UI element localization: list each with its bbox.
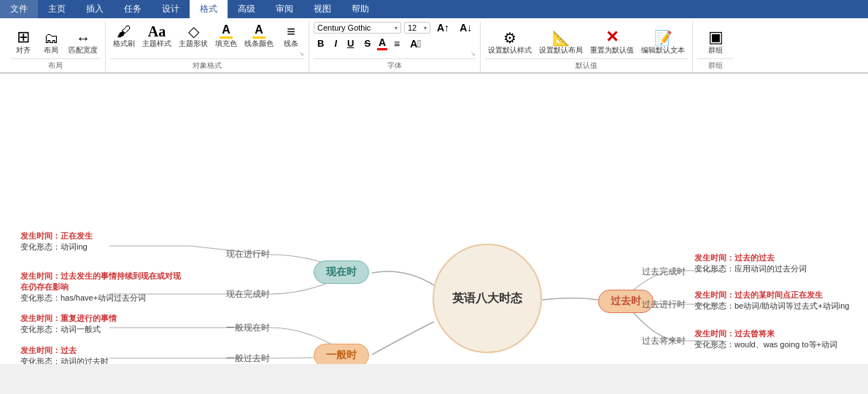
leaf-yibanguoqu: 发生时间：过去 变化形态：动词的过去时: [20, 345, 109, 364]
leaf-jinhang-bold: 发生时间：正在发生: [20, 231, 93, 242]
layout-group-items: ⊞ 对齐 🗂 布局 ↔ 匹配宽度: [10, 21, 101, 57]
font-group: Century Gothic ▾ 12 ▾ A↑ A↓ B I U S: [309, 21, 481, 72]
font-expand[interactable]: ↘: [470, 50, 476, 57]
format-painter-label: 格式刷: [113, 39, 135, 49]
sub-label-wanchengshi: 现在完成时: [226, 288, 270, 301]
match-width-icon: ↔: [76, 31, 90, 45]
font-shrink-button[interactable]: A↓: [456, 21, 476, 34]
reset-default-label: 重置为默认值: [590, 45, 634, 55]
tab-review[interactable]: 审阅: [266, 0, 303, 18]
underline-button[interactable]: U: [344, 37, 357, 50]
edit-default-text-label: 编辑默认文本: [641, 45, 685, 55]
line-style-icon: ≡: [287, 24, 295, 39]
object-format-expand[interactable]: ↘: [299, 50, 304, 57]
group-button[interactable]: ▣ 群组: [697, 28, 734, 57]
text-effect-button[interactable]: A⃝: [406, 37, 425, 50]
font-group-label: 字体: [314, 58, 476, 71]
strikethrough-button[interactable]: S: [360, 37, 374, 50]
tab-design[interactable]: 设计: [152, 0, 190, 18]
sub-label-guoqujianglai: 过去将来时: [642, 335, 686, 347]
format-painter-icon: 🖌: [117, 24, 131, 39]
font-color-button[interactable]: A: [377, 36, 387, 50]
edit-default-text-button[interactable]: 📝 编辑默认文本: [638, 29, 688, 57]
object-format-label: 对象格式: [110, 58, 304, 71]
align-icon: ⊞: [17, 29, 30, 45]
sub-label-guoquwancheng: 过去完成时: [642, 266, 686, 278]
layout-icon: 🗂: [44, 31, 58, 45]
center-node: 英语八大时态: [433, 244, 542, 353]
tab-file[interactable]: 文件: [0, 0, 38, 18]
tab-help[interactable]: 帮助: [341, 0, 379, 18]
font-row1: Century Gothic ▾ 12 ▾ A↑ A↓: [314, 21, 476, 34]
tab-advanced[interactable]: 高级: [228, 0, 266, 18]
leaf-jinhang: 发生时间：正在发生 变化形态：动词ing: [20, 231, 93, 252]
center-node-label: 英语八大时态: [452, 291, 522, 306]
sub-label-yibanxianzai: 一般现在时: [226, 322, 270, 334]
leaf-guoqujianglainormal: 变化形态：would、was going to等+动词: [694, 339, 837, 350]
leaf-yibanxianzai-normal: 变化形态：动词一般式: [20, 324, 117, 335]
leaf-yibanxianzai-bold: 发生时间：重复进行的事情: [20, 313, 117, 324]
tab-format[interactable]: 格式: [190, 0, 228, 18]
leaf-jinhang-normal: 变化形态：动词ing: [20, 242, 93, 252]
format-painter-button[interactable]: 🖌 格式刷: [110, 23, 138, 50]
ribbon-tab-bar: 文件 主页 插入 任务 设计 格式 高级 审阅 视图 帮助: [0, 0, 868, 18]
match-width-button[interactable]: ↔ 匹配宽度: [66, 29, 101, 57]
line-style-button[interactable]: ≡ 线条: [278, 23, 304, 50]
main-content: 英语八大时态 现在时 一般时 过去时 现在进行时 现在完成时 一般现在时 一般过…: [0, 74, 868, 364]
theme-shape-icon: ◇: [188, 24, 199, 39]
reset-default-button[interactable]: ✕ 重置为默认值: [587, 28, 637, 57]
set-default-layout-icon: 📐: [552, 31, 570, 45]
leaf-guoqujinhangbold: 发生时间：过去的某时间点正在发生: [694, 290, 849, 301]
font-name-chevron: ▾: [395, 25, 398, 31]
font-size-selector[interactable]: 12 ▾: [404, 22, 430, 34]
set-default-style-button[interactable]: ⚙ 设置默认样式: [485, 29, 535, 57]
line-color-button[interactable]: A 线条颜色: [241, 22, 276, 50]
font-name-selector[interactable]: Century Gothic ▾: [314, 22, 401, 34]
default-group-label: 默认值: [485, 58, 688, 71]
font-grow-button[interactable]: A↑: [433, 21, 453, 34]
theme-style-icon: Aa: [148, 24, 166, 39]
bold-button[interactable]: B: [314, 37, 328, 50]
set-default-style-icon: ⚙: [503, 31, 516, 45]
layout-button[interactable]: 🗂 布局: [38, 29, 64, 57]
branch-node-yiban[interactable]: 一般时: [314, 344, 369, 364]
leaf-yibanguoqu-normal: 变化形态：动词的过去时: [20, 356, 109, 364]
line-style-label: 线条: [284, 39, 298, 49]
tab-view[interactable]: 视图: [303, 0, 341, 18]
font-size-value: 12: [408, 23, 416, 32]
branch-node-guoqu-label: 过去时: [611, 295, 641, 306]
group-group-items: ▣ 群组: [697, 21, 734, 57]
line-color-icon: A: [255, 23, 263, 36]
font-color-bar: [377, 48, 387, 50]
text-align-button[interactable]: ≡: [390, 37, 403, 50]
ribbon: 文件 主页 插入 任务 设计 格式 高级 审阅 视图 帮助 ⊞ 对齐 🗂 布局 …: [0, 0, 868, 74]
sub-label-guoqujinhang: 过去进行时: [642, 298, 686, 311]
mindmap-connections: [0, 74, 868, 364]
set-default-layout-label: 设置默认布局: [539, 45, 583, 55]
fill-color-icon: A: [222, 23, 230, 36]
object-format-items: 🖌 格式刷 Aa 主题样式 ◇ 主题形状 A 填充色: [110, 21, 304, 50]
fill-color-button[interactable]: A 填充色: [212, 22, 240, 50]
tab-insert[interactable]: 插入: [76, 0, 114, 18]
leaf-wancheng-bold: 发生时间：过去发生的事情持续到现在或对现在仍存在影响: [20, 271, 188, 293]
sub-label-yibanguoqu: 一般过去时: [226, 352, 270, 364]
font-controls: Century Gothic ▾ 12 ▾ A↑ A↓ B I U S: [314, 21, 476, 50]
layout-group: ⊞ 对齐 🗂 布局 ↔ 匹配宽度 布局: [6, 21, 106, 72]
align-button[interactable]: ⊞ 对齐: [10, 28, 36, 57]
theme-shape-button[interactable]: ◇ 主题形状: [176, 23, 211, 50]
leaf-guoquwancheng: 发生时间：过去的过去 变化形态：应用动词的过去分词: [694, 252, 807, 274]
tab-home[interactable]: 主页: [38, 0, 76, 18]
theme-style-button[interactable]: Aa 主题样式: [139, 23, 174, 50]
default-group-items: ⚙ 设置默认样式 📐 设置默认布局 ✕ 重置为默认值 📝 编辑默认文本: [485, 21, 688, 57]
branch-node-yiban-label: 一般时: [326, 349, 357, 360]
font-size-chevron: ▾: [424, 25, 427, 31]
sub-label-jinhangshi: 现在进行时: [226, 248, 270, 260]
branch-node-xianzai[interactable]: 现在时: [314, 260, 369, 284]
layout-group-label: 布局: [10, 58, 101, 71]
reset-default-icon: ✕: [605, 29, 619, 45]
default-group: ⚙ 设置默认样式 📐 设置默认布局 ✕ 重置为默认值 📝 编辑默认文本 默认值: [481, 21, 693, 72]
italic-button[interactable]: I: [330, 37, 341, 50]
font-color-icon: A: [379, 36, 386, 48]
set-default-layout-button[interactable]: 📐 设置默认布局: [536, 29, 586, 57]
tab-task[interactable]: 任务: [114, 0, 152, 18]
